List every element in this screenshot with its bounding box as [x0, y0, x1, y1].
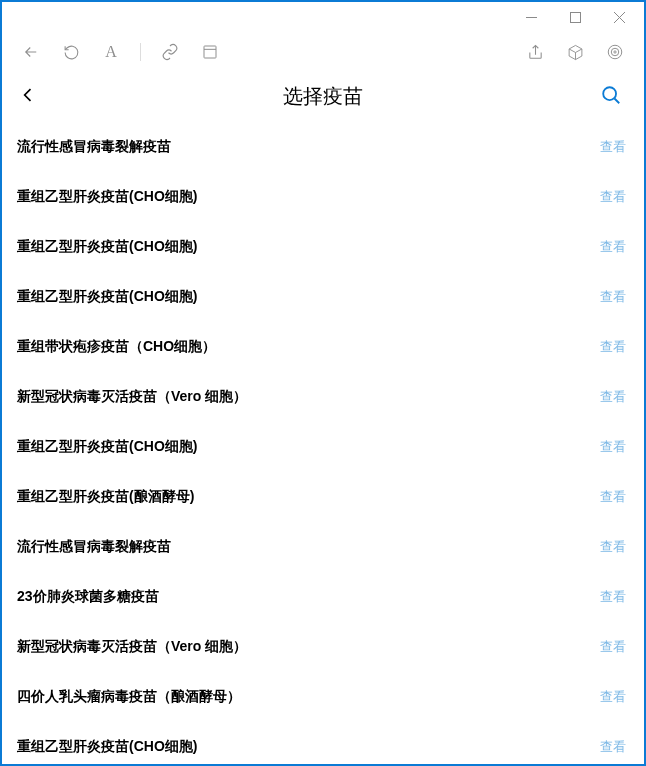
arrow-left-icon: [22, 43, 40, 61]
target-button[interactable]: [598, 36, 632, 68]
list-item[interactable]: 23价肺炎球菌多糖疫苗查看: [2, 572, 641, 622]
vaccine-name: 重组乙型肝炎疫苗(CHO细胞): [17, 188, 197, 206]
vaccine-name: 新型冠状病毒灭活疫苗（Vero 细胞）: [17, 638, 247, 656]
svg-point-6: [608, 45, 622, 59]
search-icon: [600, 84, 622, 106]
vaccine-list[interactable]: 流行性感冒病毒裂解疫苗查看重组乙型肝炎疫苗(CHO细胞)查看重组乙型肝炎疫苗(C…: [2, 122, 644, 764]
svg-point-8: [614, 51, 616, 53]
minimize-button[interactable]: [514, 5, 548, 29]
view-button[interactable]: 查看: [600, 588, 626, 606]
list-item[interactable]: 新型冠状病毒灭活疫苗（Vero 细胞）查看: [2, 372, 641, 422]
font-icon: A: [105, 43, 117, 61]
header-back-button[interactable]: [12, 79, 44, 115]
svg-point-7: [611, 48, 619, 56]
share-icon: [527, 44, 544, 61]
panel-button[interactable]: [193, 36, 227, 68]
maximize-button[interactable]: [558, 5, 592, 29]
list-item[interactable]: 重组乙型肝炎疫苗(CHO细胞)查看: [2, 722, 641, 764]
vaccine-name: 重组乙型肝炎疫苗(CHO细胞): [17, 288, 197, 306]
toolbar-divider: [140, 43, 141, 61]
list-item[interactable]: 流行性感冒病毒裂解疫苗查看: [2, 122, 641, 172]
view-button[interactable]: 查看: [600, 438, 626, 456]
vaccine-name: 重组带状疱疹疫苗（CHO细胞）: [17, 338, 216, 356]
view-button[interactable]: 查看: [600, 388, 626, 406]
share-button[interactable]: [518, 36, 552, 68]
vaccine-name: 四价人乳头瘤病毒疫苗（酿酒酵母）: [17, 688, 241, 706]
app-toolbar: A: [2, 32, 644, 72]
view-button[interactable]: 查看: [600, 488, 626, 506]
view-button[interactable]: 查看: [600, 138, 626, 156]
view-button[interactable]: 查看: [600, 538, 626, 556]
font-button[interactable]: A: [94, 36, 128, 68]
maximize-icon: [570, 12, 581, 23]
list-item[interactable]: 重组乙型肝炎疫苗(酿酒酵母)查看: [2, 472, 641, 522]
refresh-icon: [63, 44, 80, 61]
view-button[interactable]: 查看: [600, 738, 626, 756]
svg-rect-1: [570, 12, 580, 22]
vaccine-name: 重组乙型肝炎疫苗(CHO细胞): [17, 238, 197, 256]
window-frame: A 选择疫苗 流行性感冒病毒裂解疫苗查看重组乙型肝炎疫苗(CHO细胞)查看重组乙…: [0, 0, 646, 766]
list-item[interactable]: 重组乙型肝炎疫苗(CHO细胞)查看: [2, 172, 641, 222]
view-button[interactable]: 查看: [600, 688, 626, 706]
vaccine-name: 流行性感冒病毒裂解疫苗: [17, 538, 171, 556]
titlebar: [2, 2, 644, 32]
list-item[interactable]: 重组带状疱疹疫苗（CHO细胞）查看: [2, 322, 641, 372]
list-item[interactable]: 重组乙型肝炎疫苗(CHO细胞)查看: [2, 422, 641, 472]
svg-rect-4: [204, 46, 216, 58]
vaccine-name: 流行性感冒病毒裂解疫苗: [17, 138, 171, 156]
chevron-left-icon: [18, 85, 38, 105]
refresh-button[interactable]: [54, 36, 88, 68]
close-icon: [614, 12, 625, 23]
page-title: 选择疫苗: [2, 83, 644, 110]
vaccine-name: 新型冠状病毒灭活疫苗（Vero 细胞）: [17, 388, 247, 406]
view-button[interactable]: 查看: [600, 238, 626, 256]
view-button[interactable]: 查看: [600, 288, 626, 306]
link-button[interactable]: [153, 36, 187, 68]
vaccine-name: 23价肺炎球菌多糖疫苗: [17, 588, 159, 606]
list-item[interactable]: 流行性感冒病毒裂解疫苗查看: [2, 522, 641, 572]
box-button[interactable]: [558, 36, 592, 68]
list-item[interactable]: 新型冠状病毒灭活疫苗（Vero 细胞）查看: [2, 622, 641, 672]
box-icon: [567, 44, 584, 61]
page-header: 选择疫苗: [2, 72, 644, 122]
nav-back-button[interactable]: [14, 36, 48, 68]
vaccine-name: 重组乙型肝炎疫苗(CHO细胞): [17, 738, 197, 756]
vaccine-name: 重组乙型肝炎疫苗(酿酒酵母): [17, 488, 194, 506]
view-button[interactable]: 查看: [600, 188, 626, 206]
link-icon: [161, 43, 179, 61]
svg-line-10: [614, 98, 619, 103]
vaccine-name: 重组乙型肝炎疫苗(CHO细胞): [17, 438, 197, 456]
minimize-icon: [526, 12, 537, 23]
view-button[interactable]: 查看: [600, 338, 626, 356]
header-search-button[interactable]: [596, 80, 626, 114]
view-button[interactable]: 查看: [600, 638, 626, 656]
close-button[interactable]: [602, 5, 636, 29]
list-item[interactable]: 重组乙型肝炎疫苗(CHO细胞)查看: [2, 272, 641, 322]
svg-point-9: [603, 87, 616, 100]
target-icon: [606, 43, 624, 61]
list-item[interactable]: 四价人乳头瘤病毒疫苗（酿酒酵母）查看: [2, 672, 641, 722]
panel-icon: [202, 44, 218, 60]
list-item[interactable]: 重组乙型肝炎疫苗(CHO细胞)查看: [2, 222, 641, 272]
